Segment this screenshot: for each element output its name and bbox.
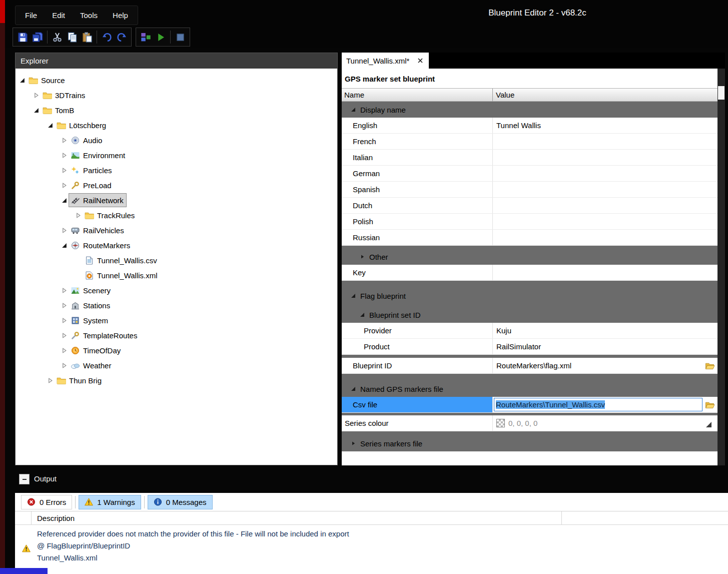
property-value-key[interactable] (493, 265, 717, 280)
property-name-product[interactable]: Product (342, 339, 493, 354)
save-all-button[interactable] (30, 30, 45, 45)
menu-help[interactable]: Help (105, 8, 136, 23)
property-value-csv-file[interactable]: RouteMarkers\Tunnel_Wallis.csv (493, 397, 717, 412)
tree-item-railvehicles[interactable]: RailVehicles (16, 223, 337, 238)
filter-0-errors[interactable]: 0 Errors (21, 495, 72, 509)
category-named-gps-markers-file[interactable]: Named GPS markers file (342, 381, 717, 397)
expander-expanded-icon[interactable] (20, 78, 25, 83)
tree-item-timeofday[interactable]: TimeOfDay (16, 343, 337, 358)
tree-item-l-tschberg[interactable]: Lötschberg (16, 118, 337, 133)
property-name-russian[interactable]: Russian (342, 230, 493, 245)
tree-item-trackrules[interactable]: TrackRules (16, 208, 337, 223)
cut-button[interactable] (50, 30, 65, 45)
property-value-english[interactable]: Tunnel Wallis (493, 118, 717, 133)
property-name-english[interactable]: English (342, 118, 493, 133)
property-value-italian[interactable] (493, 150, 717, 165)
property-value-series-colour[interactable]: 0, 0, 0, 0 (493, 415, 717, 431)
property-value-product[interactable]: RailSimulator (493, 339, 717, 354)
filter-0-messages[interactable]: 0 Messages (148, 495, 213, 509)
expander-collapsed-icon[interactable] (34, 93, 39, 98)
property-name-spanish[interactable]: Spanish (342, 182, 493, 197)
browse-folder-icon[interactable] (705, 401, 715, 409)
tree-item-audio[interactable]: Audio (16, 133, 337, 148)
property-name-french[interactable]: French (342, 134, 493, 149)
category-blueprint-set-id[interactable]: Blueprint set ID (342, 307, 717, 323)
vertical-scrollbar[interactable] (717, 69, 725, 465)
category-display-name[interactable]: Display name (342, 102, 717, 118)
tree-item-system[interactable]: System (16, 313, 337, 328)
expander-collapsed-icon[interactable] (62, 183, 67, 188)
property-value-polish[interactable] (493, 214, 717, 229)
property-value-provider[interactable]: Kuju (493, 323, 717, 338)
tree-item-weather[interactable]: Weather (16, 358, 337, 373)
property-name-polish[interactable]: Polish (342, 214, 493, 229)
property-value-spanish[interactable] (493, 182, 717, 197)
property-value-dutch[interactable] (493, 198, 717, 213)
category-collapsed-icon[interactable] (360, 254, 365, 259)
tree-item-scenery[interactable]: Scenery (16, 283, 337, 298)
tree-item-railnetwork[interactable]: RailNetwork (16, 193, 337, 208)
colour-swatch[interactable] (496, 419, 505, 427)
tree-item-particles[interactable]: Particles (16, 163, 337, 178)
expander-collapsed-icon[interactable] (76, 213, 81, 218)
filter-1-warnings[interactable]: 1 Warnings (79, 495, 141, 509)
expander-collapsed-icon[interactable] (62, 153, 67, 158)
property-name-key[interactable]: Key (342, 265, 493, 280)
menu-tools[interactable]: Tools (73, 8, 105, 23)
expander-expanded-icon[interactable] (62, 198, 67, 203)
property-value-russian[interactable] (493, 230, 717, 245)
property-value-french[interactable] (493, 134, 717, 149)
tree-item-templateroutes[interactable]: TemplateRoutes (16, 328, 337, 343)
menu-file[interactable]: File (18, 8, 45, 23)
expander-collapsed-icon[interactable] (62, 288, 67, 293)
tree-item-thun-brig[interactable]: Thun Brig (16, 373, 337, 388)
save-button[interactable] (15, 30, 30, 45)
category-expanded-icon[interactable] (360, 312, 365, 317)
expander-collapsed-icon[interactable] (62, 348, 67, 353)
category-flag-blueprint[interactable]: Flag blueprint (342, 288, 717, 304)
dropdown-grip-icon[interactable] (706, 422, 711, 427)
category-expanded-icon[interactable] (351, 386, 356, 391)
property-name-provider[interactable]: Provider (342, 323, 493, 338)
property-name-german[interactable]: German (342, 166, 493, 181)
expander-expanded-icon[interactable] (48, 123, 53, 128)
close-icon[interactable] (417, 58, 423, 64)
run-button[interactable] (153, 30, 168, 45)
category-expanded-icon[interactable] (351, 107, 356, 112)
expander-collapsed-icon[interactable] (62, 228, 67, 233)
output-collapse-button[interactable] (19, 474, 30, 484)
tree-item-environment[interactable]: Environment (16, 148, 337, 163)
expander-expanded-icon[interactable] (34, 108, 39, 113)
tab-tunnel-wallis-xml[interactable]: Tunnel_Wallis.xml* (342, 53, 429, 69)
property-value-german[interactable] (493, 166, 717, 181)
tree-item-3dtrains[interactable]: 3DTrains (16, 88, 337, 103)
csv-file-input[interactable]: RouteMarkers\Tunnel_Wallis.csv (494, 398, 702, 411)
tree-item-tunnel-wallis-csv[interactable]: Tunnel_Wallis.csv (16, 253, 337, 268)
tree-item-source[interactable]: Source (16, 73, 337, 88)
property-value-blueprint-id[interactable]: RouteMarkers\flag.xml (493, 358, 717, 373)
copy-button[interactable] (65, 30, 80, 45)
expander-collapsed-icon[interactable] (62, 168, 67, 173)
category-series-markers-file[interactable]: Series markers file (342, 435, 717, 451)
tree-item-tunnel-wallis-xml[interactable]: Tunnel_Wallis.xml (16, 268, 337, 283)
property-name-csv-file[interactable]: Csv file (342, 397, 493, 412)
property-name-series-colour[interactable]: Series colour (342, 415, 493, 431)
property-name-italian[interactable]: Italian (342, 150, 493, 165)
property-name-dutch[interactable]: Dutch (342, 198, 493, 213)
tree-item-routemarkers[interactable]: RouteMarkers (16, 238, 337, 253)
stop-button[interactable] (173, 30, 188, 45)
expander-collapsed-icon[interactable] (62, 318, 67, 323)
category-expanded-icon[interactable] (351, 293, 356, 298)
expander-collapsed-icon[interactable] (62, 138, 67, 143)
redo-button[interactable] (114, 30, 129, 45)
expander-collapsed-icon[interactable] (62, 333, 67, 338)
category-collapsed-icon[interactable] (351, 441, 356, 446)
expander-collapsed-icon[interactable] (48, 378, 53, 383)
browse-folder-icon[interactable] (705, 362, 715, 370)
menu-edit[interactable]: Edit (45, 8, 73, 23)
tree-item-preload[interactable]: PreLoad (16, 178, 337, 193)
undo-button[interactable] (99, 30, 114, 45)
tree-item-tomb[interactable]: TomB (16, 103, 337, 118)
output-message[interactable]: Referenced provider does not match the p… (15, 528, 728, 564)
expander-collapsed-icon[interactable] (62, 363, 67, 368)
